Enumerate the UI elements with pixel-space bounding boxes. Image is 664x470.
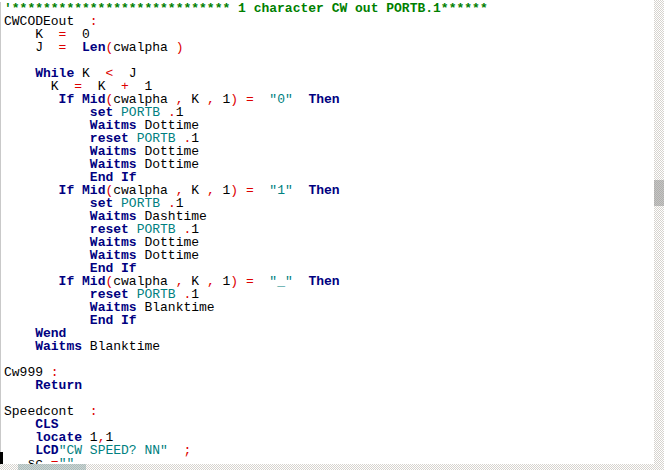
code-token-text: Dottime — [137, 248, 199, 263]
code-token-keyword: Then — [308, 92, 339, 107]
code-line: J = Len(cwalpha ) — [4, 41, 654, 54]
code-token-text — [254, 92, 270, 107]
code-token-text — [168, 443, 184, 458]
code-token-text: sc — [4, 456, 51, 464]
code-token-text: 1 — [215, 92, 231, 107]
code-text-area[interactable]: '**************************** 1 characte… — [0, 2, 654, 464]
code-line: '**************************** 1 characte… — [4, 2, 654, 15]
code-token-keyword: Then — [308, 183, 339, 198]
horizontal-scrollbar[interactable] — [0, 464, 654, 470]
code-lines: '**************************** 1 characte… — [4, 2, 654, 464]
code-token-text: K — [183, 183, 206, 198]
code-token-symbol: ) — [230, 274, 238, 289]
code-line: sc ="" — [4, 457, 654, 464]
code-token-text — [238, 183, 246, 198]
code-token-symbol: , — [207, 274, 215, 289]
code-token-text: K — [183, 92, 206, 107]
code-token-text: 1 — [215, 183, 231, 198]
code-token-symbol: = — [246, 183, 254, 198]
code-token-text: 1 — [215, 274, 231, 289]
code-token-text: cwalpha — [113, 40, 175, 55]
code-line: Waitms Blanktime — [4, 340, 654, 353]
code-token-text: J — [4, 40, 59, 55]
code-editor-window: '**************************** 1 characte… — [0, 0, 664, 470]
code-token-symbol: ) — [230, 92, 238, 107]
code-token-symbol: = — [246, 274, 254, 289]
code-token-symbol: : — [90, 404, 98, 419]
code-token-string: "CW SPEED? NN" — [59, 443, 168, 458]
code-line — [4, 353, 654, 366]
code-token-symbol: ) — [230, 183, 238, 198]
code-token-text — [293, 274, 309, 289]
code-token-string: "_" — [269, 274, 292, 289]
code-token-text — [238, 274, 246, 289]
code-token-string: "" — [59, 456, 75, 464]
code-line: Cw999 : — [4, 366, 654, 379]
code-token-symbol: : — [90, 14, 98, 29]
code-token-symbol: , — [207, 183, 215, 198]
code-token-keyword: Return — [35, 378, 82, 393]
code-token-symbol: ; — [183, 443, 191, 458]
code-token-text — [293, 92, 309, 107]
code-token-text — [254, 274, 270, 289]
code-line — [4, 392, 654, 405]
code-token-text: Blanktime — [137, 300, 215, 315]
vertical-scrollbar-thumb[interactable] — [654, 180, 664, 206]
horizontal-scrollbar-thumb[interactable] — [18, 464, 86, 470]
code-line: End If — [4, 314, 654, 327]
code-token-keyword: Len — [82, 40, 105, 55]
code-line: CWCODEout : — [4, 15, 654, 28]
code-token-string: "0" — [269, 92, 292, 107]
code-token-text — [293, 183, 309, 198]
code-token-keyword: End If — [90, 313, 137, 328]
code-line: Return — [4, 379, 654, 392]
code-token-symbol: = — [51, 456, 59, 464]
code-token-symbol: = — [246, 92, 254, 107]
vertical-scrollbar[interactable] — [654, 0, 664, 470]
code-token-text: Dottime — [137, 157, 199, 172]
code-token-string: "1" — [269, 183, 292, 198]
code-token-keyword: Then — [308, 274, 339, 289]
code-line: LCD"CW SPEED? NN" ; — [4, 444, 654, 457]
code-line: Speedcont : — [4, 405, 654, 418]
code-token-text — [66, 40, 82, 55]
code-token-symbol: , — [207, 92, 215, 107]
code-token-text — [254, 183, 270, 198]
code-token-text — [238, 92, 246, 107]
code-token-symbol: ) — [176, 40, 184, 55]
code-token-text: Blanktime — [82, 339, 160, 354]
code-token-keyword: Waitms — [35, 339, 82, 354]
